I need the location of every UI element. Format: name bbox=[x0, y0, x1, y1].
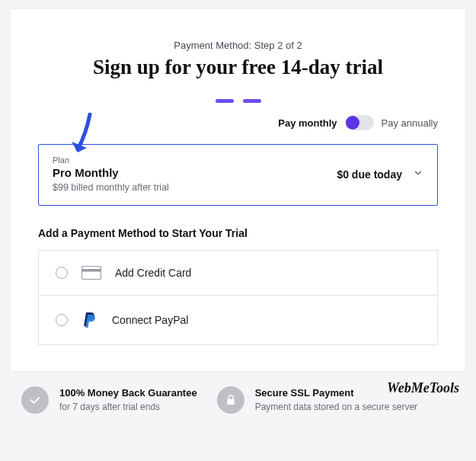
billing-cycle-toggle: Pay monthly Pay annually bbox=[38, 115, 438, 130]
guarantee-subtitle: for 7 days after trial ends bbox=[59, 402, 197, 414]
plan-label: Plan bbox=[53, 155, 169, 165]
plan-right: $0 due today bbox=[337, 168, 423, 181]
radio-icon bbox=[56, 267, 68, 279]
billing-toggle-switch[interactable] bbox=[345, 115, 374, 130]
progress-segment bbox=[243, 99, 261, 103]
plan-selector[interactable]: Plan Pro Monthly $99 billed monthly afte… bbox=[38, 144, 438, 206]
step-label: Payment Method: Step 2 of 2 bbox=[38, 40, 438, 51]
payment-option-paypal[interactable]: Connect PayPal bbox=[39, 295, 437, 344]
page-title: Sign up for your free 14-day trial bbox=[38, 56, 438, 79]
progress-indicator bbox=[38, 99, 438, 103]
plan-info: Plan Pro Monthly $99 billed monthly afte… bbox=[53, 155, 169, 193]
paypal-icon bbox=[81, 311, 98, 329]
payment-option-credit-card[interactable]: Add Credit Card bbox=[39, 251, 437, 295]
payment-option-label: Add Credit Card bbox=[115, 267, 191, 279]
plan-name: Pro Monthly bbox=[53, 166, 169, 179]
credit-card-icon bbox=[81, 266, 101, 280]
lock-icon bbox=[217, 386, 244, 414]
checkmark-icon bbox=[21, 386, 49, 414]
brand-watermark: WebMeTools bbox=[387, 380, 459, 396]
chevron-down-icon bbox=[413, 168, 423, 181]
trust-footer: 100% Money Back Guarantee for 7 days aft… bbox=[0, 371, 476, 414]
payment-method-heading: Add a Payment Method to Start Your Trial bbox=[38, 227, 438, 239]
svg-rect-0 bbox=[82, 267, 101, 280]
amount-due-today: $0 due today bbox=[337, 168, 402, 181]
security-subtitle: Payment data stored on a secure server bbox=[255, 402, 417, 414]
payment-method-list: Add Credit Card Connect PayPal bbox=[38, 250, 438, 345]
radio-icon bbox=[56, 314, 68, 326]
progress-segment bbox=[216, 99, 234, 103]
svg-rect-1 bbox=[82, 269, 101, 272]
pay-monthly-label: Pay monthly bbox=[278, 117, 337, 129]
pay-annually-label: Pay annually bbox=[382, 117, 438, 129]
payment-option-label: Connect PayPal bbox=[112, 314, 188, 326]
guarantee-title: 100% Money Back Guarantee bbox=[59, 387, 197, 400]
plan-subtext: $99 billed monthly after trial bbox=[53, 182, 169, 193]
checkout-card: Payment Method: Step 2 of 2 Sign up for … bbox=[11, 9, 465, 371]
toggle-knob bbox=[346, 116, 359, 130]
guarantee-badge: 100% Money Back Guarantee for 7 days aft… bbox=[21, 386, 197, 414]
